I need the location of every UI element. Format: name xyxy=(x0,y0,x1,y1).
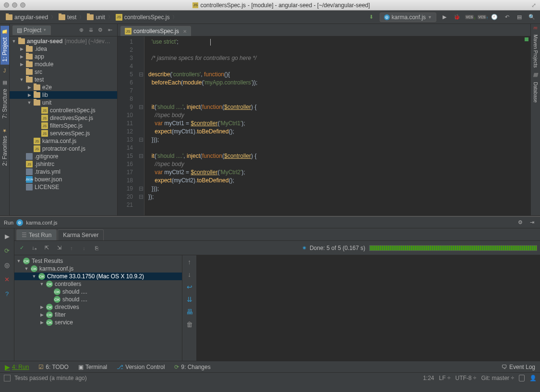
prev-icon[interactable]: ↑ xyxy=(67,244,76,252)
close-window-button[interactable] xyxy=(4,2,9,8)
line-separator[interactable]: LF ÷ xyxy=(439,375,451,381)
tree-arrow-icon[interactable] xyxy=(19,47,24,51)
test-results-tree[interactable]: OK Test ResultsOK karma.conf.jsOK Chrome… xyxy=(14,255,182,361)
tree-arrow-icon[interactable] xyxy=(16,259,21,263)
editor-tab[interactable]: JS controllersSpec.js ✕ xyxy=(120,26,191,36)
tree-item[interactable]: JS.jshintrc xyxy=(10,160,117,168)
scroll-icon[interactable]: ⇊ xyxy=(187,296,192,303)
test-output[interactable] xyxy=(197,255,540,361)
toolwin-vcs[interactable]: ⎇ Version Control xyxy=(117,364,165,370)
close-icon[interactable]: ✕ xyxy=(2,274,12,284)
tree-arrow-icon[interactable] xyxy=(39,312,44,317)
tree-item[interactable]: JSprotractor-conf.js xyxy=(10,145,117,153)
expand-all-icon[interactable]: ⇱ xyxy=(42,244,51,252)
breadcrumb-item[interactable]: unit xyxy=(85,13,107,22)
tree-item[interactable]: JSfiltersSpec.js xyxy=(10,122,117,130)
tab-test-run[interactable]: ☰ Test Run xyxy=(16,229,57,240)
tree-item[interactable]: app xyxy=(10,53,117,60)
help-icon[interactable]: ? xyxy=(2,289,12,298)
wrap-icon[interactable]: ↩ xyxy=(187,283,192,291)
settings-icon[interactable]: ⚙ xyxy=(516,218,525,227)
project-tree[interactable]: angular-seed [module] (~/dev….ideaappmod… xyxy=(10,36,117,215)
tree-item[interactable]: unit xyxy=(10,99,117,107)
hide-panel-icon[interactable]: ⇥ xyxy=(528,218,536,227)
show-passed-icon[interactable]: ✓ xyxy=(17,244,26,252)
toolwin-toggle-icon[interactable] xyxy=(4,375,11,381)
print-icon[interactable]: 🖶 xyxy=(186,308,193,316)
test-result-item[interactable]: OK should .... xyxy=(14,288,182,296)
tree-item[interactable]: LICENSE xyxy=(10,183,117,191)
test-result-item[interactable]: OK Chrome 33.0.1750 (Mac OS X 10.9.2) xyxy=(14,273,182,280)
vcs-history-icon[interactable]: 🕘 xyxy=(490,13,499,22)
fullscreen-icon[interactable]: ⤢ xyxy=(531,2,536,9)
tree-arrow-icon[interactable] xyxy=(32,274,36,279)
tree-arrow-icon[interactable] xyxy=(24,266,29,271)
database-icon[interactable]: ▦ xyxy=(532,71,539,78)
tree-item[interactable]: src xyxy=(10,68,117,76)
export-icon[interactable]: ⎘ xyxy=(92,244,101,252)
tree-item[interactable]: angular-seed [module] (~/dev… xyxy=(10,37,117,45)
make-icon[interactable]: ⬇ xyxy=(367,13,376,22)
collapse-all-icon[interactable]: ⇲ xyxy=(55,244,63,252)
tree-item[interactable]: JSkarma.conf.js xyxy=(10,137,117,145)
debug-button[interactable]: 🐞 xyxy=(453,13,461,22)
down-icon[interactable]: ↓ xyxy=(188,271,191,278)
line-number-gutter[interactable]: 123456789101112131415161718192021 xyxy=(118,36,138,215)
search-icon[interactable]: 🔍 xyxy=(528,13,536,22)
tree-item[interactable]: test xyxy=(10,76,117,83)
tree-arrow-icon[interactable] xyxy=(19,62,24,67)
vcs-commit-icon[interactable]: VCS xyxy=(478,13,486,22)
rail-item[interactable]: Database xyxy=(532,78,539,107)
tree-item[interactable]: .idea xyxy=(10,45,117,53)
structure-icon[interactable]: ▤ xyxy=(515,13,524,22)
maven-icon[interactable]: m xyxy=(532,24,539,31)
code-area[interactable]: 123456789101112131415161718192021 ⊟⊟⊟⊟⊟⊟… xyxy=(118,36,530,215)
rail-item[interactable]: 7: Structure▤ xyxy=(0,77,9,121)
toolwin-run[interactable]: ▶ 4: Run xyxy=(5,363,29,371)
rail-extra-icon[interactable]: J xyxy=(1,68,8,74)
readonly-lock-icon[interactable] xyxy=(519,375,525,381)
test-result-item[interactable]: OK Test Results xyxy=(14,257,182,265)
collapse-all-icon[interactable]: ⇊ xyxy=(86,26,95,35)
sort-icon[interactable]: ↓ₐ xyxy=(30,244,38,252)
toggle-auto-test-icon[interactable]: ⟳ xyxy=(2,246,12,255)
fold-gutter[interactable]: ⊟⊟⊟⊟⊟⊟ xyxy=(138,36,144,215)
tree-item[interactable]: .gitignore xyxy=(10,153,117,160)
run-config-selector[interactable]: ⊚ karma.conf.js ▼ xyxy=(380,12,436,22)
hector-icon[interactable]: 👤 xyxy=(529,375,536,381)
vcs-update-icon[interactable]: VCS xyxy=(465,13,474,22)
tree-item[interactable]: JSservicesSpec.js xyxy=(10,130,117,137)
tree-arrow-icon[interactable] xyxy=(39,305,44,309)
breadcrumb-item[interactable]: angular-seed xyxy=(4,13,50,22)
test-result-item[interactable]: OK service xyxy=(14,319,182,326)
tree-item[interactable]: JSONbower.json xyxy=(10,176,117,183)
tree-arrow-icon[interactable] xyxy=(27,85,32,90)
up-icon[interactable]: ↑ xyxy=(188,258,191,266)
project-view-selector[interactable]: ▤ Project ▼ xyxy=(12,25,51,35)
breadcrumb-item[interactable]: JScontrollersSpec.js xyxy=(114,13,172,22)
rail-item[interactable]: Maven Projects xyxy=(532,31,539,71)
tree-item[interactable]: .travis.yml xyxy=(10,168,117,176)
scroll-to-source-icon[interactable]: ⊕ xyxy=(77,26,85,35)
rerun-button[interactable]: ▶ xyxy=(2,231,12,241)
git-branch[interactable]: Git: master ÷ xyxy=(481,375,514,381)
code-text[interactable]: 'use strict'; /* jasmine specs for contr… xyxy=(144,36,530,215)
toolwin-changes[interactable]: ⟳ 9: Changes xyxy=(174,364,210,370)
tree-arrow-icon[interactable] xyxy=(39,320,44,325)
trash-icon[interactable]: 🗑 xyxy=(186,321,193,328)
test-result-item[interactable]: OK should .... xyxy=(14,296,182,303)
next-icon[interactable]: ↓ xyxy=(80,244,88,252)
hide-panel-icon[interactable]: ⇤ xyxy=(106,26,114,35)
tree-item[interactable]: module xyxy=(10,60,117,68)
run-button[interactable]: ▶ xyxy=(440,13,449,22)
tree-item[interactable]: JScontrollersSpec.js xyxy=(10,107,117,114)
test-result-item[interactable]: OK filter xyxy=(14,311,182,319)
tree-arrow-icon[interactable] xyxy=(27,93,32,97)
target-icon[interactable]: ◎ xyxy=(2,260,12,270)
tree-item[interactable]: e2e xyxy=(10,83,117,91)
tree-arrow-icon[interactable] xyxy=(19,77,24,82)
close-tab-icon[interactable]: ✕ xyxy=(183,29,187,34)
breadcrumb-item[interactable]: test xyxy=(57,13,78,22)
rail-item[interactable]: 2: Favorites★ xyxy=(0,124,9,169)
tree-arrow-icon[interactable] xyxy=(27,100,32,105)
